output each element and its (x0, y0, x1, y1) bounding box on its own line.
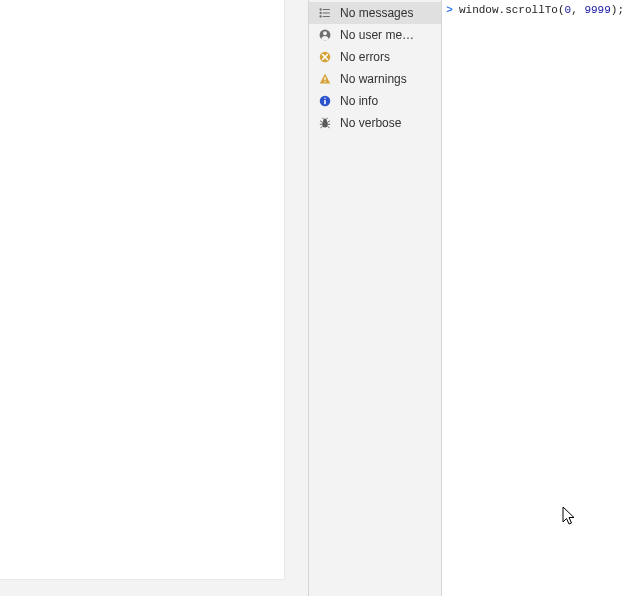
svg-rect-11 (324, 77, 325, 80)
svg-line-25 (327, 118, 328, 119)
svg-point-2 (320, 12, 321, 13)
filter-errors[interactable]: No errors (309, 46, 441, 68)
error-icon (317, 49, 333, 65)
svg-point-7 (323, 31, 327, 35)
svg-line-23 (328, 127, 330, 128)
console-prompt-icon: > (446, 3, 453, 18)
list-icon (317, 5, 333, 21)
svg-rect-15 (324, 100, 326, 104)
filter-info[interactable]: No info (309, 90, 441, 112)
console-input-code[interactable]: window.scrollTo(0, 9999); (459, 3, 624, 18)
svg-point-4 (320, 16, 321, 17)
user-icon (317, 27, 333, 43)
filter-label: No warnings (340, 72, 407, 86)
svg-line-22 (320, 127, 322, 128)
filter-label: No messages (340, 6, 413, 20)
filter-verbose[interactable]: No verbose (309, 112, 441, 134)
page-preview-pane (0, 0, 308, 596)
filter-label: No info (340, 94, 378, 108)
filter-label: No user me… (340, 28, 414, 42)
app-root: No messages No user me… No errors (0, 0, 628, 596)
warning-icon (317, 71, 333, 87)
svg-line-18 (320, 121, 322, 122)
bug-icon (317, 115, 333, 131)
filter-warnings[interactable]: No warnings (309, 68, 441, 90)
svg-rect-14 (324, 98, 326, 100)
filter-label: No verbose (340, 116, 401, 130)
filter-user-messages[interactable]: No user me… (309, 24, 441, 46)
svg-line-19 (328, 121, 330, 122)
page-preview-content (0, 0, 285, 580)
info-icon (317, 93, 333, 109)
svg-line-24 (322, 118, 323, 119)
filter-messages[interactable]: No messages (309, 2, 441, 24)
svg-point-0 (320, 9, 321, 10)
filter-label: No errors (340, 50, 390, 64)
svg-rect-12 (324, 81, 325, 82)
console-input-line[interactable]: > window.scrollTo(0, 9999); (442, 0, 628, 20)
console-pane[interactable]: > window.scrollTo(0, 9999); (442, 0, 628, 596)
console-filter-sidebar: No messages No user me… No errors (308, 0, 442, 596)
svg-point-17 (323, 118, 327, 122)
